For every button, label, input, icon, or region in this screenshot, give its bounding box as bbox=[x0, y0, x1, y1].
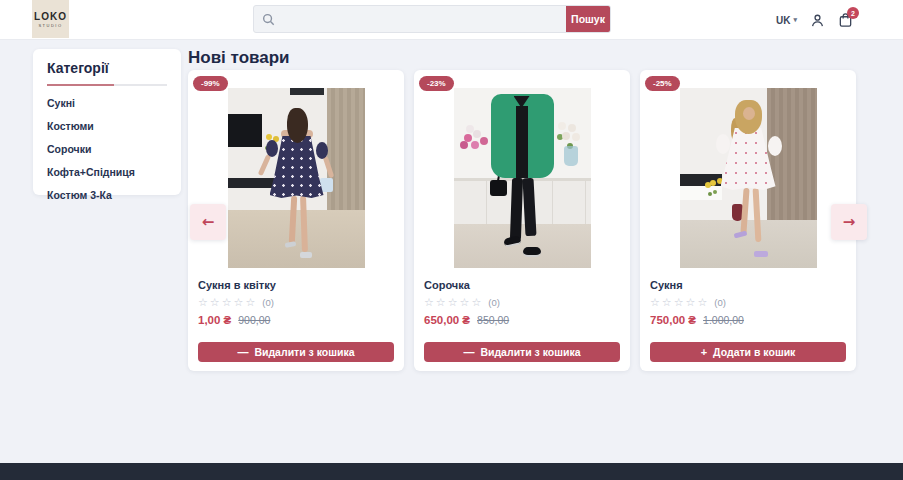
product-price: 650,00 ₴ bbox=[424, 314, 470, 326]
discount-badge: -23% bbox=[419, 76, 454, 91]
arrow-left-icon: ← bbox=[202, 213, 215, 231]
decor-shape bbox=[327, 88, 365, 216]
discount-badge: -25% bbox=[645, 76, 680, 91]
rating-row: ☆☆☆☆☆ (0) bbox=[424, 296, 620, 309]
decor-shape bbox=[716, 134, 730, 154]
rating-count: (0) bbox=[262, 297, 274, 308]
decor-shape bbox=[270, 136, 324, 198]
page-title: Нові товари bbox=[188, 48, 290, 68]
button-label: Видалити з кошика bbox=[254, 346, 354, 358]
product-name[interactable]: Сорочка bbox=[424, 279, 620, 291]
carousel-next-button[interactable]: → bbox=[831, 204, 867, 240]
rating-count: (0) bbox=[714, 297, 726, 308]
button-label: Видалити з кошика bbox=[480, 346, 580, 358]
decor-shape bbox=[680, 186, 722, 200]
star-rating: ☆☆☆☆☆ bbox=[198, 296, 257, 309]
sidebar-item-kostiumy[interactable]: Костюми bbox=[47, 120, 167, 132]
minus-icon: — bbox=[237, 346, 248, 358]
product-card: -25% Сукня ☆☆☆☆☆ (0) 750,00 ₴ bbox=[640, 70, 856, 371]
decor-shape bbox=[768, 136, 782, 156]
price-row: 750,00 ₴ 1.000,00 bbox=[650, 314, 846, 326]
discount-badge: -99% bbox=[193, 76, 228, 91]
product-old-price: 850,00 bbox=[477, 314, 509, 326]
product-old-price: 900,00 bbox=[238, 314, 270, 326]
product-image[interactable] bbox=[228, 88, 365, 268]
decor-shape bbox=[464, 134, 472, 142]
language-label: UK bbox=[776, 15, 790, 26]
cart-button[interactable]: 2 bbox=[838, 12, 853, 28]
product-card: -23% Сорочка ☆☆☆☆☆ (0) 650,00 ₴ 850,00 bbox=[414, 70, 630, 371]
account-button[interactable] bbox=[810, 13, 825, 28]
plus-icon: + bbox=[701, 346, 707, 358]
sidebar-item-sukni[interactable]: Сукні bbox=[47, 97, 167, 109]
arrow-right-icon: → bbox=[843, 213, 856, 231]
user-icon bbox=[810, 13, 825, 28]
decor-shape bbox=[743, 107, 755, 120]
search-bar: Пошук bbox=[253, 5, 611, 33]
product-price: 1,00 ₴ bbox=[198, 314, 231, 326]
decor-shape bbox=[710, 180, 716, 186]
decor-shape bbox=[454, 224, 591, 268]
categories-divider bbox=[47, 84, 167, 86]
header-actions: UK ▾ 2 bbox=[776, 0, 853, 40]
remove-from-cart-button[interactable]: — Видалити з кошика bbox=[424, 342, 620, 362]
logo-text: LOKO bbox=[34, 11, 67, 22]
decor-shape bbox=[300, 252, 312, 258]
decor-shape bbox=[266, 140, 278, 157]
search-icon bbox=[254, 6, 281, 32]
decor-shape bbox=[516, 106, 528, 178]
price-row: 1,00 ₴ 900,00 bbox=[198, 314, 394, 326]
decor-shape bbox=[287, 108, 308, 143]
decor-shape bbox=[522, 178, 536, 236]
product-carousel: -99% Сукня в квітку ☆☆☆☆☆ (0) bbox=[188, 70, 856, 371]
product-name[interactable]: Сукня bbox=[650, 279, 846, 291]
search-input[interactable] bbox=[281, 6, 566, 32]
logo[interactable]: LOKO STUDIO bbox=[32, 0, 69, 38]
decor-shape bbox=[558, 122, 566, 130]
sidebar-item-kostium-3ka[interactable]: Костюм 3-Ка bbox=[47, 189, 167, 201]
decor-shape bbox=[680, 220, 817, 268]
product-price: 750,00 ₴ bbox=[650, 314, 696, 326]
star-rating: ☆☆☆☆☆ bbox=[650, 296, 709, 309]
price-row: 650,00 ₴ 850,00 bbox=[424, 314, 620, 326]
decor-shape bbox=[257, 154, 271, 176]
search-button[interactable]: Пошук bbox=[566, 6, 610, 32]
decor-shape bbox=[509, 178, 522, 240]
remove-from-cart-button[interactable]: — Видалити з кошика bbox=[198, 342, 394, 362]
minus-icon: — bbox=[463, 346, 474, 358]
decor-shape bbox=[490, 180, 507, 196]
decor-shape bbox=[290, 88, 324, 95]
sidebar-item-kofta-spidnytsia[interactable]: Кофта+Спідниця bbox=[47, 166, 167, 178]
decor-shape bbox=[300, 196, 308, 252]
decor-shape bbox=[228, 114, 262, 147]
star-rating: ☆☆☆☆☆ bbox=[424, 296, 483, 309]
footer-bar bbox=[0, 463, 903, 480]
rating-count: (0) bbox=[488, 297, 500, 308]
rating-row: ☆☆☆☆☆ (0) bbox=[198, 296, 394, 309]
add-to-cart-button[interactable]: + Додати в кошик bbox=[650, 342, 846, 362]
decor-shape bbox=[564, 146, 578, 166]
chevron-down-icon: ▾ bbox=[793, 16, 797, 24]
categories-title: Категорії bbox=[47, 60, 167, 76]
product-old-price: 1.000,00 bbox=[703, 314, 744, 326]
rating-row: ☆☆☆☆☆ (0) bbox=[650, 296, 846, 309]
decor-shape bbox=[316, 142, 328, 159]
button-label: Додати в кошик bbox=[713, 346, 795, 358]
decor-shape bbox=[754, 251, 768, 257]
cart-count-badge: 2 bbox=[847, 7, 859, 19]
header: LOKO STUDIO Пошук UK ▾ 2 bbox=[0, 0, 903, 40]
product-name[interactable]: Сукня в квітку bbox=[198, 279, 394, 291]
product-image[interactable] bbox=[454, 88, 591, 268]
language-selector[interactable]: UK ▾ bbox=[776, 15, 797, 26]
decor-shape bbox=[523, 247, 541, 257]
categories-panel: Категорії Сукні Костюми Сорочки Кофта+Сп… bbox=[33, 49, 181, 195]
sidebar-item-sorochky[interactable]: Сорочки bbox=[47, 143, 167, 155]
logo-subtext: STUDIO bbox=[38, 23, 62, 28]
product-image[interactable] bbox=[680, 88, 817, 268]
carousel-prev-button[interactable]: ← bbox=[190, 204, 226, 240]
